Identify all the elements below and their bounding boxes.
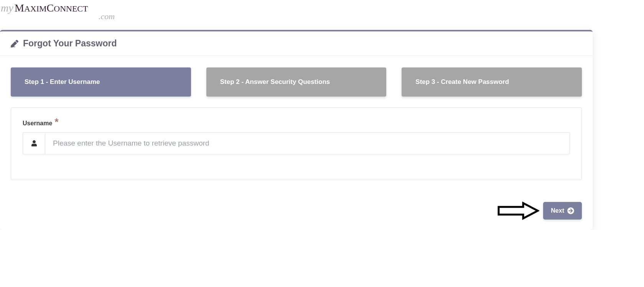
username-input-group xyxy=(23,132,570,154)
username-input[interactable] xyxy=(45,132,570,154)
logo-main: MAXIMCONNECT xyxy=(15,2,88,14)
username-label-row: Username * xyxy=(23,119,570,127)
brand-logo: my MAXIMCONNECT .com xyxy=(0,0,644,22)
logo-prefix: my xyxy=(1,2,13,14)
step-tab-2-label: Step 2 - Answer Security Questions xyxy=(220,78,330,85)
card-header: Forgot Your Password xyxy=(0,31,593,56)
required-asterisk: * xyxy=(54,119,58,125)
next-button[interactable]: Next xyxy=(543,202,582,220)
username-input-addon xyxy=(23,132,45,154)
arrow-annotation xyxy=(497,202,539,220)
action-row: Next xyxy=(0,180,593,220)
step-tab-1-label: Step 1 - Enter Username xyxy=(25,78,100,85)
next-button-label: Next xyxy=(551,207,564,214)
page-header: my MAXIMCONNECT .com xyxy=(0,0,644,26)
step-tab-3-label: Step 3 - Create New Password xyxy=(415,78,509,85)
username-label: Username xyxy=(23,120,52,127)
user-icon xyxy=(31,140,37,146)
edit-icon xyxy=(11,40,18,48)
step-tab-3: Step 3 - Create New Password xyxy=(402,67,582,97)
card-title: Forgot Your Password xyxy=(23,38,117,49)
step-tab-1[interactable]: Step 1 - Enter Username xyxy=(11,67,191,97)
logo-svg: my MAXIMCONNECT .com xyxy=(1,0,127,22)
svg-rect-0 xyxy=(11,46,15,47)
form-panel: Username * xyxy=(11,107,582,180)
forgot-password-card: Forgot Your Password Step 1 - Enter User… xyxy=(0,30,593,230)
steps-row: Step 1 - Enter Username Step 2 - Answer … xyxy=(0,56,593,97)
step-tab-2: Step 2 - Answer Security Questions xyxy=(206,67,387,97)
logo-suffix: .com xyxy=(99,11,115,21)
arrow-circle-right-icon xyxy=(567,207,574,214)
